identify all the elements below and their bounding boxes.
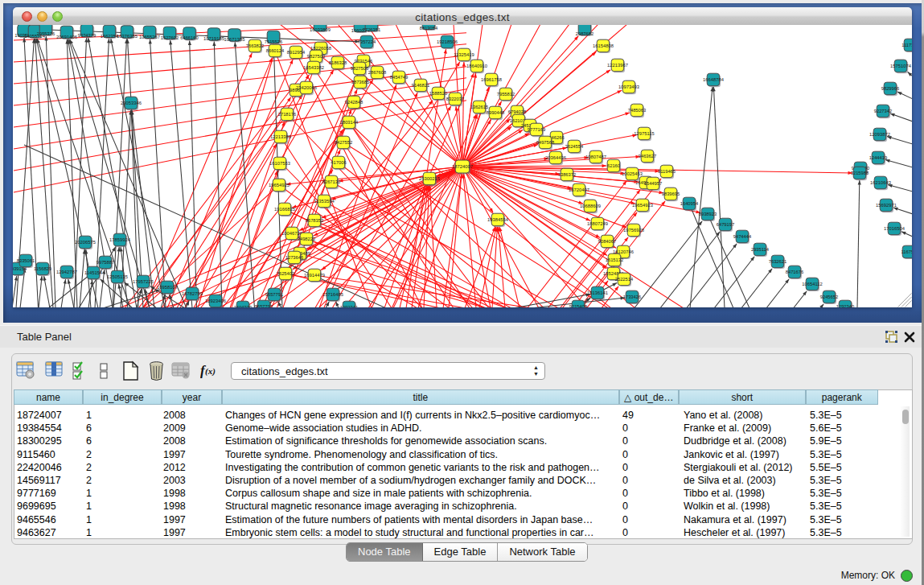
svg-text:1527602: 1527602 <box>161 35 179 40</box>
svg-text:19384554: 19384554 <box>487 217 509 222</box>
svg-text:3873685: 3873685 <box>351 80 370 84</box>
svg-text:12975115: 12975115 <box>634 131 654 136</box>
svg-text:62160: 62160 <box>607 163 620 168</box>
svg-text:8990448: 8990448 <box>487 110 505 115</box>
svg-text:12505135: 12505135 <box>107 274 128 279</box>
svg-text:18640910: 18640910 <box>466 64 487 68</box>
svg-text:9827506: 9827506 <box>351 66 369 71</box>
svg-text:1604379: 1604379 <box>234 305 253 307</box>
svg-text:1640954: 1640954 <box>680 201 699 206</box>
svg-text:1156829: 1156829 <box>34 266 51 271</box>
svg-text:6794028: 6794028 <box>508 109 527 114</box>
svg-text:1273646: 1273646 <box>285 255 304 260</box>
svg-text:7632621: 7632621 <box>769 259 787 264</box>
svg-text:7357224: 7357224 <box>358 39 376 44</box>
svg-text:10973493: 10973493 <box>618 84 639 89</box>
svg-text:15716485: 15716485 <box>322 292 343 297</box>
svg-text:1244419: 1244419 <box>869 155 888 160</box>
svg-text:1145154: 1145154 <box>84 270 103 275</box>
svg-text:12923406: 12923406 <box>205 299 226 303</box>
svg-text:9657791: 9657791 <box>265 292 284 297</box>
svg-text:10807487: 10807487 <box>585 154 606 159</box>
svg-text:8660124: 8660124 <box>266 48 285 53</box>
svg-text:29053346: 29053346 <box>121 101 142 105</box>
svg-text:9146821: 9146821 <box>412 83 430 88</box>
svg-text:6497568: 6497568 <box>536 140 555 145</box>
svg-text:3215988: 3215988 <box>851 171 869 175</box>
svg-text:9827503: 9827503 <box>307 54 326 59</box>
svg-text:16210643: 16210643 <box>870 180 891 185</box>
svg-text:16782759: 16782759 <box>182 291 203 296</box>
svg-text:20206575: 20206575 <box>75 240 96 245</box>
svg-text:9463627: 9463627 <box>639 154 657 159</box>
svg-text:2087682: 2087682 <box>576 31 594 36</box>
svg-text:20364436: 20364436 <box>545 155 566 160</box>
svg-text:2055376: 2055376 <box>37 31 55 36</box>
svg-text:12213967: 12213967 <box>607 63 628 68</box>
svg-text:1733426: 1733426 <box>623 295 642 299</box>
svg-text:25300215: 25300215 <box>419 176 440 181</box>
svg-text:7955812: 7955812 <box>497 92 515 97</box>
svg-text:16107553: 16107553 <box>269 161 290 166</box>
svg-text:11325419: 11325419 <box>454 52 474 57</box>
svg-text:7386372: 7386372 <box>558 172 577 177</box>
svg-text:1292340: 1292340 <box>836 304 855 307</box>
svg-text:16033809: 16033809 <box>310 27 331 32</box>
svg-text:10025453: 10025453 <box>622 171 643 176</box>
svg-text:2522514: 2522514 <box>615 277 634 282</box>
svg-text:23420046: 23420046 <box>296 85 317 90</box>
svg-text:10654112: 10654112 <box>802 282 822 286</box>
svg-text:11353594: 11353594 <box>314 199 335 204</box>
svg-text:9975887: 9975887 <box>97 260 115 265</box>
svg-text:2867608: 2867608 <box>368 70 387 75</box>
svg-text:12093872: 12093872 <box>869 132 890 137</box>
svg-text:15751074: 15751074 <box>890 64 912 68</box>
svg-text:10046726: 10046726 <box>281 231 302 236</box>
svg-text:10958107: 10958107 <box>157 285 178 290</box>
svg-text:9474444: 9474444 <box>733 234 752 239</box>
svg-text:7515526: 7515526 <box>265 39 283 44</box>
svg-text:1544957: 1544957 <box>644 181 663 186</box>
svg-text:9242848: 9242848 <box>345 100 363 105</box>
svg-text:9084067: 9084067 <box>598 239 617 244</box>
svg-text:12213389: 12213389 <box>270 134 291 139</box>
svg-text:18807249: 18807249 <box>587 221 608 226</box>
svg-text:1362615: 1362615 <box>470 105 489 109</box>
svg-text:10719185: 10719185 <box>203 36 224 41</box>
svg-text:15692971: 15692971 <box>876 203 897 208</box>
svg-text:2935114: 2935114 <box>751 247 770 252</box>
svg-text:7485063: 7485063 <box>628 108 647 113</box>
svg-text:417006: 417006 <box>331 160 346 165</box>
svg-text:1292341: 1292341 <box>340 305 359 307</box>
svg-text:17859924: 17859924 <box>109 237 131 242</box>
svg-text:20691406: 20691406 <box>56 35 77 39</box>
svg-text:6479197: 6479197 <box>717 222 735 227</box>
svg-text:6466160: 6466160 <box>180 35 199 40</box>
svg-text:8678352: 8678352 <box>306 218 324 223</box>
svg-text:3498222: 3498222 <box>298 237 316 241</box>
svg-text:7625402: 7625402 <box>277 271 295 276</box>
svg-text:19756928: 19756928 <box>623 228 644 233</box>
svg-text:16543382: 16543382 <box>303 65 324 70</box>
svg-text:17016504: 17016504 <box>884 226 906 231</box>
svg-text:8471676: 8471676 <box>786 270 804 274</box>
svg-text:8454749: 8454749 <box>390 75 409 80</box>
svg-text:8427552: 8427552 <box>335 140 353 145</box>
svg-text:17957225: 17957225 <box>133 279 154 284</box>
svg-text:8322037: 8322037 <box>446 97 465 101</box>
svg-text:3624554: 3624554 <box>565 144 584 149</box>
svg-text:16648784: 16648784 <box>703 77 725 82</box>
svg-text:10671385: 10671385 <box>224 37 245 42</box>
svg-text:(x): (x) <box>205 366 216 377</box>
svg-text:2718176: 2718176 <box>278 112 297 117</box>
svg-text:8186328: 8186328 <box>329 60 347 65</box>
svg-text:19218506: 19218506 <box>437 39 458 44</box>
svg-text:10655267: 10655267 <box>139 35 160 39</box>
svg-text:16914479: 16914479 <box>304 273 325 278</box>
svg-text:9374379: 9374379 <box>78 33 97 38</box>
svg-text:16961758: 16961758 <box>481 77 502 82</box>
svg-text:10376355: 10376355 <box>117 34 138 39</box>
svg-text:8813054: 8813054 <box>420 26 438 31</box>
svg-text:9657792: 9657792 <box>255 304 273 307</box>
svg-text:16154808: 16154808 <box>593 43 614 48</box>
